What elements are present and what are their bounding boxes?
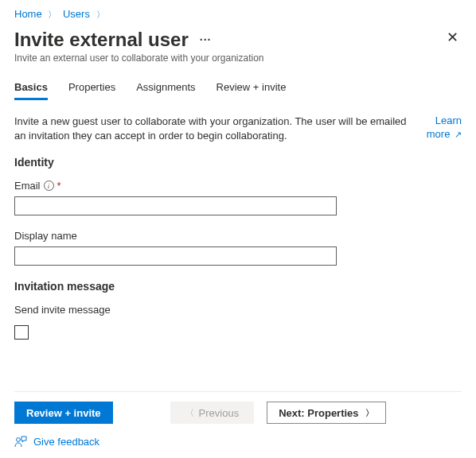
breadcrumb: Home 〉 Users 〉 (0, 0, 476, 25)
chevron-right-icon: 〉 (365, 407, 374, 419)
invitation-section-heading: Invitation message (14, 280, 462, 293)
display-name-label: Display name (14, 230, 462, 242)
page-title: Invite external user ··· (14, 29, 211, 51)
tab-review-invite[interactable]: Review + invite (217, 81, 287, 100)
give-feedback-label: Give feedback (33, 436, 99, 448)
close-icon[interactable]: ✕ (443, 29, 462, 46)
learn-more-link[interactable]: Learn more ↗ (427, 114, 462, 142)
footer: Review + invite 〈 Previous Next: Propert… (0, 391, 476, 458)
page-title-text: Invite external user (14, 29, 189, 51)
previous-button-label: Previous (199, 407, 240, 419)
tab-basics[interactable]: Basics (14, 81, 48, 100)
tab-assignments[interactable]: Assignments (136, 81, 195, 100)
give-feedback-link[interactable]: Give feedback (14, 433, 99, 449)
next-button[interactable]: Next: Properties 〉 (267, 402, 385, 424)
tab-properties[interactable]: Properties (68, 81, 115, 100)
review-invite-button[interactable]: Review + invite (14, 402, 113, 424)
person-feedback-icon (14, 435, 27, 448)
next-button-label: Next: Properties (279, 407, 358, 419)
email-label-text: Email (14, 180, 41, 192)
email-field[interactable] (14, 196, 337, 215)
info-icon[interactable]: i (44, 180, 54, 191)
breadcrumb-home[interactable]: Home (14, 8, 42, 20)
previous-button: 〈 Previous (170, 402, 255, 424)
page-subtitle: Invite an external user to collaborate w… (14, 52, 443, 64)
chevron-right-icon: 〉 (96, 10, 105, 19)
chevron-left-icon: 〈 (185, 407, 194, 419)
breadcrumb-users[interactable]: Users (63, 8, 90, 20)
display-name-field[interactable] (14, 246, 337, 266)
learn-more-text-2: more (427, 128, 451, 140)
email-label: Email i * (14, 180, 462, 192)
send-invite-checkbox[interactable] (14, 325, 29, 340)
identity-section-heading: Identity (14, 156, 462, 169)
svg-point-0 (17, 438, 21, 442)
external-link-icon: ↗ (455, 130, 462, 139)
required-indicator: * (57, 180, 61, 192)
tab-bar: Basics Properties Assignments Review + i… (0, 67, 476, 100)
footer-divider (14, 391, 462, 392)
display-name-label-text: Display name (14, 230, 77, 242)
send-invite-label-text: Send invite message (14, 304, 111, 316)
send-invite-label: Send invite message (14, 304, 462, 316)
chevron-right-icon: 〉 (48, 10, 57, 19)
page-header: Invite external user ··· Invite an exter… (0, 25, 476, 67)
learn-more-text-1: Learn (435, 114, 462, 126)
more-actions-icon[interactable]: ··· (200, 33, 212, 46)
intro-text: Invite a new guest user to collaborate w… (14, 114, 416, 143)
